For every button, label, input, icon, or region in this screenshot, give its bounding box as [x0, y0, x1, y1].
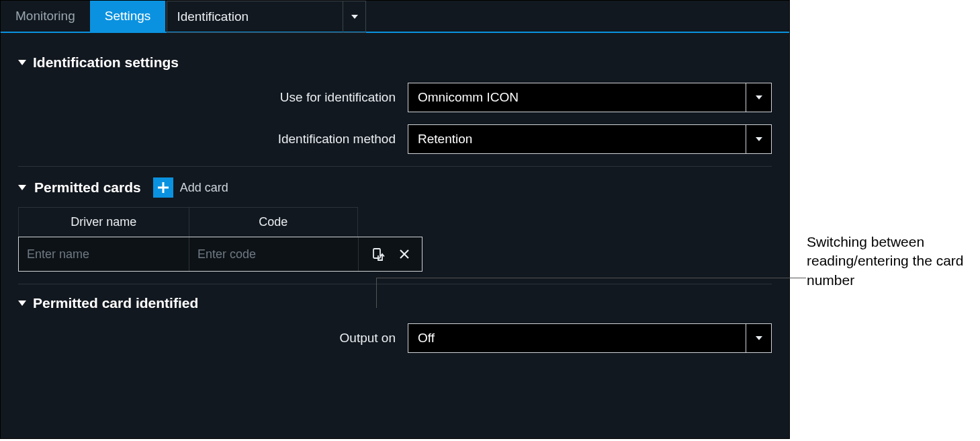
- driver-name-input[interactable]: [19, 237, 189, 271]
- label-identification-method: Identification method: [18, 132, 408, 147]
- dropdown-output-on[interactable]: Off: [408, 323, 772, 353]
- annotation-text: Switching between reading/entering the c…: [807, 233, 971, 290]
- tab-monitoring[interactable]: Monitoring: [1, 1, 90, 32]
- dropdown-use-for-identification-value: Omnicomm ICON: [408, 83, 746, 112]
- subsection-label: Identification: [167, 9, 343, 24]
- close-icon[interactable]: [396, 246, 412, 262]
- table-row: [18, 237, 422, 272]
- section-permitted-cards-title: Permitted cards: [34, 179, 141, 196]
- chevron-down-icon[interactable]: [746, 125, 771, 153]
- chevron-down-icon[interactable]: [746, 83, 771, 112]
- app-panel: Monitoring Settings Identification Ident…: [0, 0, 790, 439]
- row-output-on: Output on Off: [18, 323, 772, 353]
- tab-bar: Monitoring Settings Identification: [1, 1, 789, 33]
- section-permitted-card-identified-header[interactable]: Permitted card identified: [18, 295, 772, 311]
- disclosure-down-icon[interactable]: [18, 300, 26, 306]
- label-use-for-identification: Use for identification: [18, 90, 408, 105]
- add-card-label: Add card: [180, 181, 228, 195]
- row-identification-method: Identification method Retention: [18, 124, 772, 154]
- chevron-down-icon[interactable]: [343, 1, 365, 32]
- annotation-callout-line: [376, 278, 806, 278]
- code-input[interactable]: [189, 237, 358, 271]
- permitted-cards-table: Driver name Code: [18, 207, 358, 272]
- table-header: Driver name Code: [18, 207, 358, 237]
- divider: [18, 284, 772, 284]
- divider: [18, 166, 772, 167]
- column-header-driver-name: Driver name: [19, 208, 189, 237]
- annotation-callout-line: [376, 278, 377, 308]
- row-use-for-identification: Use for identification Omnicomm ICON: [18, 83, 772, 112]
- svg-rect-1: [158, 187, 169, 189]
- dropdown-identification-method-value: Retention: [408, 125, 746, 153]
- subsection-dropdown[interactable]: Identification: [167, 1, 366, 33]
- dropdown-identification-method[interactable]: Retention: [408, 124, 772, 154]
- row-actions: [359, 237, 422, 271]
- section-identification-settings-title: Identification settings: [33, 54, 179, 71]
- section-identification-settings-header[interactable]: Identification settings: [18, 54, 772, 71]
- section-permitted-cards-header[interactable]: Permitted cards Add card: [18, 177, 772, 198]
- content-area: Identification settings Use for identifi…: [1, 33, 789, 372]
- dropdown-use-for-identification[interactable]: Omnicomm ICON: [408, 83, 772, 112]
- label-output-on: Output on: [18, 331, 408, 346]
- tab-settings[interactable]: Settings: [90, 1, 166, 32]
- chevron-down-icon[interactable]: [746, 324, 771, 352]
- dropdown-output-on-value: Off: [408, 324, 746, 352]
- disclosure-down-icon[interactable]: [18, 185, 26, 190]
- disclosure-down-icon[interactable]: [18, 60, 26, 65]
- svg-rect-2: [373, 249, 380, 258]
- section-permitted-card-identified-title: Permitted card identified: [33, 295, 198, 311]
- read-card-toggle-icon[interactable]: [371, 246, 387, 262]
- column-header-code: Code: [189, 208, 359, 237]
- plus-icon: [153, 177, 173, 198]
- add-card-button[interactable]: Add card: [153, 177, 228, 198]
